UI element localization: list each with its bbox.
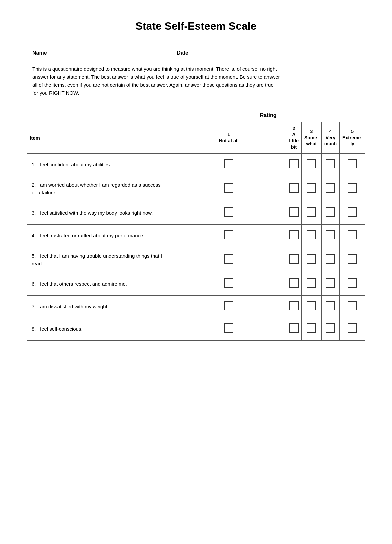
table-row: 2. I am worried about whether I am regar… xyxy=(27,176,365,202)
item-4-col5[interactable] xyxy=(340,224,365,247)
checkbox-1-4[interactable] xyxy=(326,159,335,168)
item-3-col2[interactable] xyxy=(286,202,302,225)
checkbox-8-5[interactable] xyxy=(348,323,357,333)
checkbox-6-1[interactable] xyxy=(224,278,233,288)
item-3-col3[interactable] xyxy=(301,202,321,225)
item-4-col1[interactable] xyxy=(171,224,286,247)
item-2-col4[interactable] xyxy=(321,176,339,202)
item-3-col4[interactable] xyxy=(321,202,339,225)
checkbox-5-1[interactable] xyxy=(224,254,233,264)
item-8-col2[interactable] xyxy=(286,318,302,341)
date-label: Date xyxy=(171,46,286,60)
checkbox-6-3[interactable] xyxy=(307,278,316,288)
rating-header-row: Rating xyxy=(27,109,365,122)
checkbox-8-1[interactable] xyxy=(224,323,233,333)
checkbox-5-4[interactable] xyxy=(326,254,335,264)
checkbox-1-1[interactable] xyxy=(224,159,233,168)
checkbox-7-4[interactable] xyxy=(326,301,335,310)
checkbox-2-3[interactable] xyxy=(307,183,316,193)
checkbox-3-3[interactable] xyxy=(307,207,316,217)
item-7-col5[interactable] xyxy=(340,295,365,318)
item-5-col4[interactable] xyxy=(321,247,339,273)
item-5-col1[interactable] xyxy=(171,247,286,273)
checkbox-7-3[interactable] xyxy=(307,301,316,310)
item-1-col4[interactable] xyxy=(321,153,339,176)
item-6-text: 6. I feel that others respect and admire… xyxy=(27,273,171,296)
checkbox-2-4[interactable] xyxy=(326,183,335,193)
checkbox-4-4[interactable] xyxy=(326,230,335,239)
checkbox-8-3[interactable] xyxy=(307,323,316,333)
page-title: State Self-Esteem Scale xyxy=(27,20,365,32)
item-7-col4[interactable] xyxy=(321,295,339,318)
item-3-col5[interactable] xyxy=(340,202,365,225)
item-5-col2[interactable] xyxy=(286,247,302,273)
checkbox-3-4[interactable] xyxy=(326,207,335,217)
checkbox-4-2[interactable] xyxy=(289,230,299,239)
item-1-col5[interactable] xyxy=(340,153,365,176)
item-8-col4[interactable] xyxy=(321,318,339,341)
checkbox-5-3[interactable] xyxy=(307,254,316,264)
checkbox-1-3[interactable] xyxy=(307,159,316,168)
item-5-col5[interactable] xyxy=(340,247,365,273)
checkbox-6-2[interactable] xyxy=(289,278,299,288)
checkbox-7-5[interactable] xyxy=(348,301,357,310)
checkbox-3-5[interactable] xyxy=(348,207,357,217)
table-row: 6. I feel that others respect and admire… xyxy=(27,273,365,296)
table-row: 3. I feel satisfied with the way my body… xyxy=(27,202,365,225)
checkbox-5-5[interactable] xyxy=(348,254,357,264)
checkbox-3-1[interactable] xyxy=(224,207,233,217)
checkbox-8-4[interactable] xyxy=(326,323,335,333)
rating-header-label: Rating xyxy=(171,109,365,122)
checkbox-2-5[interactable] xyxy=(348,183,357,193)
spacer-row xyxy=(27,102,365,109)
col-header-3: 3 Some-what xyxy=(301,122,321,154)
item-7-col3[interactable] xyxy=(301,295,321,318)
checkbox-7-2[interactable] xyxy=(289,301,299,310)
checkbox-7-1[interactable] xyxy=(224,301,233,310)
item-6-col5[interactable] xyxy=(340,273,365,296)
checkbox-1-5[interactable] xyxy=(348,159,357,168)
checkbox-6-4[interactable] xyxy=(326,278,335,288)
checkbox-3-2[interactable] xyxy=(289,207,299,217)
item-1-text: 1. I feel confident about my abilities. xyxy=(27,153,171,176)
checkbox-4-1[interactable] xyxy=(224,230,233,239)
item-6-col3[interactable] xyxy=(301,273,321,296)
item-1-col1[interactable] xyxy=(171,153,286,176)
name-date-row: Name Date xyxy=(27,46,365,60)
checkbox-4-5[interactable] xyxy=(348,230,357,239)
item-7-col2[interactable] xyxy=(286,295,302,318)
item-5-col3[interactable] xyxy=(301,247,321,273)
item-4-col3[interactable] xyxy=(301,224,321,247)
item-7-col1[interactable] xyxy=(171,295,286,318)
checkbox-6-5[interactable] xyxy=(348,278,357,288)
item-6-col4[interactable] xyxy=(321,273,339,296)
item-1-col3[interactable] xyxy=(301,153,321,176)
checkbox-4-3[interactable] xyxy=(307,230,316,239)
checkbox-5-2[interactable] xyxy=(289,254,299,264)
item-6-col2[interactable] xyxy=(286,273,302,296)
main-table: Name Date This is a questionnaire design… xyxy=(27,46,365,341)
checkbox-1-2[interactable] xyxy=(289,159,299,168)
item-6-col1[interactable] xyxy=(171,273,286,296)
item-8-col5[interactable] xyxy=(340,318,365,341)
item-4-text: 4. I feel frustrated or rattled about my… xyxy=(27,224,171,247)
item-8-col3[interactable] xyxy=(301,318,321,341)
item-7-text: 7. I am dissatisfied with my weight. xyxy=(27,295,171,318)
col-header-1: 1 Not at all xyxy=(171,122,286,154)
item-2-col3[interactable] xyxy=(301,176,321,202)
item-8-col1[interactable] xyxy=(171,318,286,341)
table-row: 5. I feel that I am having trouble under… xyxy=(27,247,365,273)
item-1-col2[interactable] xyxy=(286,153,302,176)
item-4-col4[interactable] xyxy=(321,224,339,247)
item-3-col1[interactable] xyxy=(171,202,286,225)
item-column-header: Item xyxy=(27,122,171,154)
checkbox-2-1[interactable] xyxy=(224,183,233,193)
item-2-col2[interactable] xyxy=(286,176,302,202)
item-2-col5[interactable] xyxy=(340,176,365,202)
col-header-2: 2 A little bit xyxy=(286,122,302,154)
checkbox-2-2[interactable] xyxy=(289,183,299,193)
name-label: Name xyxy=(27,46,171,60)
item-4-col2[interactable] xyxy=(286,224,302,247)
checkbox-8-2[interactable] xyxy=(289,323,299,333)
item-2-col1[interactable] xyxy=(171,176,286,202)
